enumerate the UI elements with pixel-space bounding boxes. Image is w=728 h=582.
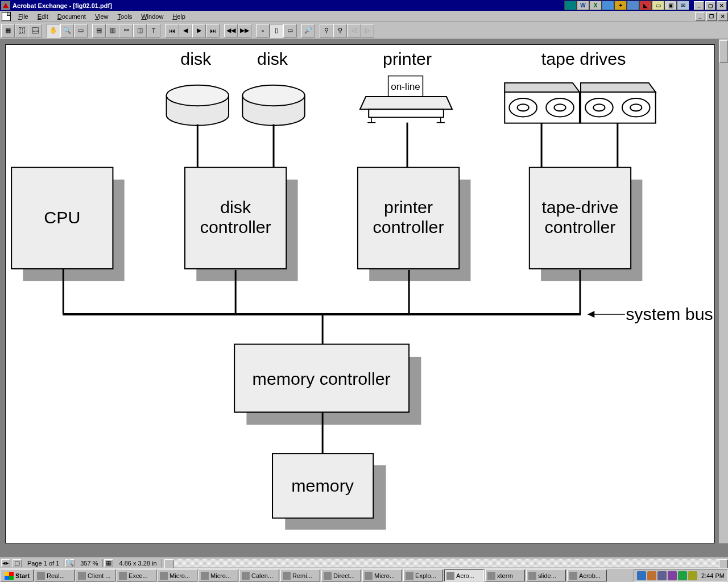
tray-icon-1[interactable]: [637, 571, 646, 580]
menu-view[interactable]: View: [90, 12, 113, 21]
tb-hand-tool[interactable]: ✋: [47, 24, 60, 38]
tb-next-page[interactable]: ▶: [192, 24, 206, 38]
taskbar-item[interactable]: Acrob...: [567, 569, 607, 581]
status-size-icon[interactable]: ▦: [104, 559, 113, 567]
taskbar-item[interactable]: Calen...: [239, 569, 279, 581]
status-zoom: 357 %: [76, 559, 103, 567]
tb-bookmarks-page[interactable]: ⿲: [15, 24, 28, 38]
mdi-minimize-button[interactable]: _: [695, 12, 705, 21]
taskbar-item[interactable]: Exce...: [117, 569, 156, 581]
menu-tools[interactable]: Tools: [113, 12, 137, 21]
taskbar-item[interactable]: Micro...: [362, 569, 402, 581]
taskbar-item[interactable]: xterm: [485, 569, 525, 581]
disk1-label: disk: [180, 49, 212, 68]
taskbar-item-label: Real...: [47, 572, 65, 579]
taskbar-item-label: xterm: [497, 572, 513, 579]
tray-shortcut-10[interactable]: ✉: [677, 1, 689, 10]
taskbar-item[interactable]: Direct...: [321, 569, 361, 581]
status-page-icon[interactable]: ▢: [13, 559, 22, 567]
taskbar-item[interactable]: Client ...: [76, 569, 115, 581]
tray-icon-4[interactable]: [668, 571, 677, 580]
tray-shortcut-3[interactable]: X: [589, 1, 602, 10]
tb-last-page[interactable]: ⏭: [206, 24, 220, 38]
tb-find[interactable]: 🔎: [301, 24, 315, 38]
tb-text-select[interactable]: T: [147, 24, 160, 38]
tb-thumbs-page[interactable]: ⿳: [28, 24, 42, 38]
minimize-button[interactable]: _: [694, 1, 704, 10]
tb-search-prev[interactable]: ◁: [347, 24, 361, 38]
taskbar-item-label: Micro...: [169, 572, 190, 579]
svg-text:on-line: on-line: [391, 81, 420, 92]
start-button[interactable]: Start: [1, 569, 34, 581]
tray-shortcut-6[interactable]: [627, 1, 639, 10]
taskbar-item[interactable]: Micro...: [158, 569, 197, 581]
menu-help[interactable]: Help: [168, 12, 190, 21]
tb-first-page[interactable]: ⏮: [165, 24, 179, 38]
menu-edit[interactable]: Edit: [33, 12, 53, 21]
tray-shortcut-2[interactable]: W: [577, 1, 589, 10]
taskbar-item[interactable]: Acro...: [444, 569, 484, 581]
disk-1-icon: [167, 85, 229, 126]
status-nav-first[interactable]: ◂▸: [1, 559, 10, 567]
tb-select-tool[interactable]: ▭: [74, 24, 88, 38]
disk2-label: disk: [257, 49, 288, 68]
printer-ctrl-l1: printer: [384, 197, 433, 217]
taskbar-item[interactable]: Remi...: [280, 569, 320, 581]
maximize-button[interactable]: ▢: [705, 1, 715, 10]
tb-text-note[interactable]: ▤: [92, 24, 106, 38]
tray-shortcut-4[interactable]: [602, 1, 614, 10]
taskbar-item-label: Explo...: [415, 572, 436, 579]
tray-icon-2[interactable]: [647, 571, 656, 580]
vertical-scrollbar[interactable]: [718, 39, 728, 543]
status-zoom-icon[interactable]: 🔍: [65, 559, 75, 567]
tb-search-next[interactable]: ▷: [361, 24, 374, 38]
taskbar-item-label: Micro...: [210, 572, 231, 579]
tb-crop-tool[interactable]: ◫: [133, 24, 147, 38]
app-icon: [406, 572, 413, 580]
tb-actual-size[interactable]: ▫: [256, 24, 270, 38]
tray-shortcut-8[interactable]: ▭: [652, 1, 664, 10]
tb-fit-width[interactable]: ▭: [283, 24, 297, 38]
close-button[interactable]: ✕: [717, 1, 727, 10]
disk-ctrl-l2: controller: [200, 217, 271, 236]
tray-shortcut-9[interactable]: ▣: [664, 1, 677, 10]
tb-prev-page[interactable]: ◀: [179, 24, 192, 38]
taskbar-item[interactable]: slide...: [526, 569, 566, 581]
tb-search-2[interactable]: ⚲: [333, 24, 347, 38]
menu-file[interactable]: File: [14, 12, 33, 21]
mdi-restore-button[interactable]: ❐: [706, 12, 717, 21]
tray-icon-6[interactable]: [688, 571, 697, 580]
taskbar-clock: 2:44 PM: [701, 572, 725, 579]
tb-note-2[interactable]: ▥: [106, 24, 119, 38]
tb-page-only[interactable]: ▦: [1, 24, 15, 38]
toolbar: ▦ ⿲ ⿳ ✋ 🔍 ▭ ▤ ▥ ⚯ ◫ T ⏮ ◀ ▶ ⏭ ◀◀ ▶▶ ▫ ▯ …: [0, 22, 728, 39]
tray-icon-5[interactable]: [678, 571, 687, 580]
taskbar-item[interactable]: Explo...: [403, 569, 443, 581]
document-icon[interactable]: [2, 12, 11, 21]
mdi-close-button[interactable]: ✕: [718, 12, 728, 21]
tb-fit-page[interactable]: ▯: [270, 24, 283, 38]
disk-ctrl-l1: disk: [220, 197, 251, 217]
taskbar-item[interactable]: Micro...: [198, 569, 238, 581]
tb-zoom-tool[interactable]: 🔍: [60, 24, 74, 38]
taskbar-item-label: slide...: [538, 572, 556, 579]
tray-shortcut-1[interactable]: [564, 1, 577, 10]
taskbar-item-label: Direct...: [333, 572, 355, 579]
pdf-page[interactable]: disk disk printer tape drives on-line: [5, 44, 715, 543]
tray-shortcut-7[interactable]: ◣: [639, 1, 652, 10]
tray-shortcut-5[interactable]: ✦: [614, 1, 627, 10]
taskbar-item-label: Acrob...: [579, 572, 601, 579]
menu-window[interactable]: Window: [136, 12, 168, 21]
system-bus-label: system bus: [626, 304, 713, 323]
tray-icon-3[interactable]: [657, 571, 667, 580]
tb-link-tool[interactable]: ⚯: [119, 24, 133, 38]
menu-document[interactable]: Document: [53, 12, 90, 21]
tb-search-1[interactable]: ⚲: [320, 24, 333, 38]
tb-prev-view[interactable]: ◀◀: [224, 24, 238, 38]
mem-ctrl-label: memory controller: [253, 369, 391, 388]
taskbar-item[interactable]: Real...: [35, 569, 75, 581]
svg-rect-4: [369, 109, 444, 117]
app-icon: [242, 572, 250, 580]
horizontal-scrollbar[interactable]: [164, 559, 728, 567]
tb-next-view[interactable]: ▶▶: [238, 24, 251, 38]
